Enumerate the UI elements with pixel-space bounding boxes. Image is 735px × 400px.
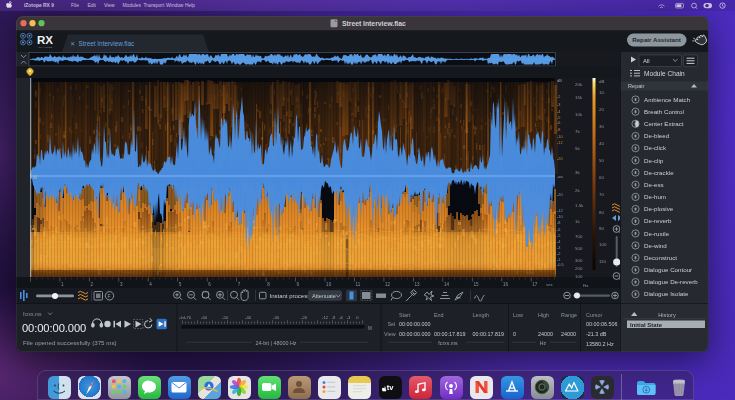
svg-text:20k: 20k <box>575 82 583 87</box>
svg-text:300: 300 <box>575 258 583 263</box>
svg-text:60: 60 <box>599 175 604 180</box>
svg-text:Sel: Sel <box>388 321 396 327</box>
svg-text:1k: 1k <box>575 219 580 224</box>
svg-text:20: 20 <box>599 107 604 112</box>
svg-text:16: 16 <box>503 282 509 287</box>
svg-text:00:00:00.000: 00:00:00.000 <box>399 321 430 327</box>
svg-text:-10: -10 <box>557 134 563 139</box>
svg-text:3k: 3k <box>575 170 580 175</box>
svg-text:-20: -20 <box>557 192 563 197</box>
svg-text:-12: -12 <box>557 208 563 213</box>
svg-text:1.5k: 1.5k <box>575 203 584 208</box>
svg-text:End: End <box>434 312 444 318</box>
svg-text:Repair Assistant: Repair Assistant <box>632 36 681 43</box>
svg-text:100: 100 <box>575 274 583 279</box>
svg-text:-2: -2 <box>557 94 560 99</box>
svg-text:Dialogue De-reverb: Dialogue De-reverb <box>644 278 698 285</box>
svg-text:7: 7 <box>238 282 241 287</box>
svg-text:-10: -10 <box>557 214 563 219</box>
svg-text:Dialogue Contour: Dialogue Contour <box>644 266 692 273</box>
svg-text:ADVANCED: ADVANCED <box>38 46 53 49</box>
svg-text:File: File <box>71 3 79 8</box>
svg-text:Module Chain: Module Chain <box>644 70 685 77</box>
svg-text:00:00:00.000: 00:00:00.000 <box>22 322 86 334</box>
svg-text:Length: Length <box>473 312 490 318</box>
svg-text:13580.2 Hz: 13580.2 Hz <box>586 341 614 347</box>
svg-text:De-crackle: De-crackle <box>644 169 674 176</box>
svg-text:sec: sec <box>546 282 554 287</box>
svg-text:-2: -2 <box>557 251 560 256</box>
svg-text:5k: 5k <box>575 146 580 151</box>
svg-text:Attenuate: Attenuate <box>312 293 336 299</box>
svg-text:10: 10 <box>599 90 604 95</box>
svg-text:-8: -8 <box>557 127 560 132</box>
svg-text:dB: dB <box>599 79 604 84</box>
svg-text:High: High <box>538 312 549 318</box>
svg-text:-12: -12 <box>322 315 329 320</box>
svg-text:110: 110 <box>599 259 607 264</box>
svg-text:View: View <box>104 3 115 8</box>
svg-text:2: 2 <box>90 282 93 287</box>
svg-text:Dialogue Isolate: Dialogue Isolate <box>644 290 689 297</box>
svg-text:-30: -30 <box>273 315 280 320</box>
svg-text:200: 200 <box>575 266 583 271</box>
svg-text:30: 30 <box>599 124 604 129</box>
svg-text:24000: 24000 <box>561 331 576 337</box>
svg-text:tv: tv <box>387 383 394 392</box>
svg-text:Edit: Edit <box>88 3 97 8</box>
svg-text:De-ess: De-ess <box>644 181 664 188</box>
svg-text:dB: dB <box>557 78 562 83</box>
svg-text:70: 70 <box>599 192 604 197</box>
svg-text:M: M <box>368 326 372 331</box>
svg-text:De-rustle: De-rustle <box>644 230 670 237</box>
svg-text:RX: RX <box>37 34 53 46</box>
svg-text:24000: 24000 <box>538 331 553 337</box>
svg-text:6: 6 <box>208 282 211 287</box>
svg-text:Range: Range <box>561 312 577 318</box>
svg-text:Hz: Hz <box>583 283 588 288</box>
svg-text:Breath Control: Breath Control <box>644 108 684 115</box>
svg-text:Hz: Hz <box>540 340 547 346</box>
svg-text:-3: -3 <box>557 102 560 107</box>
svg-text:11: 11 <box>356 282 361 287</box>
svg-text:Repair: Repair <box>628 83 645 89</box>
svg-text:F: F <box>108 293 111 299</box>
svg-text:Street Interview.flac: Street Interview.flac <box>342 20 406 27</box>
svg-text:90: 90 <box>599 226 604 231</box>
svg-text:-oo: -oo <box>557 174 563 179</box>
svg-text:De-hum: De-hum <box>644 193 666 200</box>
svg-text:15: 15 <box>473 282 479 287</box>
svg-text:iZotope RX 9: iZotope RX 9 <box>24 3 54 8</box>
svg-text:Initial State: Initial State <box>630 322 663 328</box>
svg-text:00:00:17.819: 00:00:17.819 <box>473 331 504 337</box>
svg-text:Window: Window <box>166 3 184 8</box>
svg-text:Cursor: Cursor <box>586 312 602 318</box>
svg-text:Street Interview.flac: Street Interview.flac <box>79 40 136 47</box>
svg-text:All: All <box>643 58 650 64</box>
svg-text:4: 4 <box>149 282 152 287</box>
svg-text:-50: -50 <box>222 315 229 320</box>
svg-text:De-plosive: De-plosive <box>644 205 674 212</box>
svg-text:-70: -70 <box>185 315 192 320</box>
svg-text:View: View <box>384 331 396 337</box>
svg-text:De-click: De-click <box>644 144 667 151</box>
svg-text:50: 50 <box>599 158 604 163</box>
svg-text:40: 40 <box>599 141 604 146</box>
svg-text:-3: -3 <box>557 245 560 250</box>
svg-text:15k: 15k <box>575 95 583 100</box>
svg-text:-5: -5 <box>557 233 560 238</box>
svg-text:2k: 2k <box>575 188 580 193</box>
svg-text:Low: Low <box>513 312 523 318</box>
svg-text:00:00:00.000: 00:00:00.000 <box>399 331 430 337</box>
svg-text:24-bit | 48000 Hz: 24-bit | 48000 Hz <box>256 340 297 346</box>
svg-text:-6: -6 <box>557 227 560 232</box>
svg-text:-60: -60 <box>201 315 208 320</box>
svg-text:Help: Help <box>185 3 195 8</box>
svg-text:Deconstruct: Deconstruct <box>644 254 677 261</box>
svg-text:De-clip: De-clip <box>644 157 664 164</box>
svg-text:Transport: Transport <box>144 3 165 8</box>
svg-text:-0.5: -0.5 <box>557 262 564 267</box>
svg-text:-21.3 dB: -21.3 dB <box>586 331 607 337</box>
svg-text:17: 17 <box>532 282 538 287</box>
svg-text:History: History <box>658 312 676 318</box>
